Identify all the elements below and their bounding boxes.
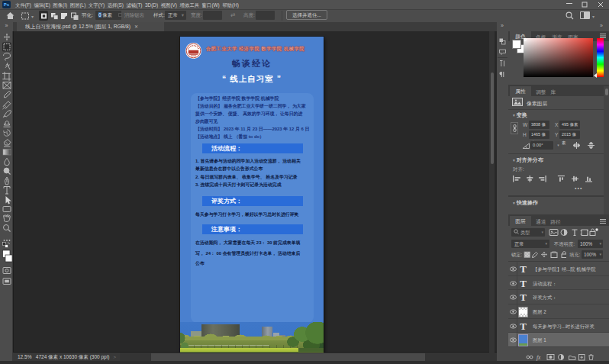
svg-text:fx: fx: [536, 354, 541, 361]
